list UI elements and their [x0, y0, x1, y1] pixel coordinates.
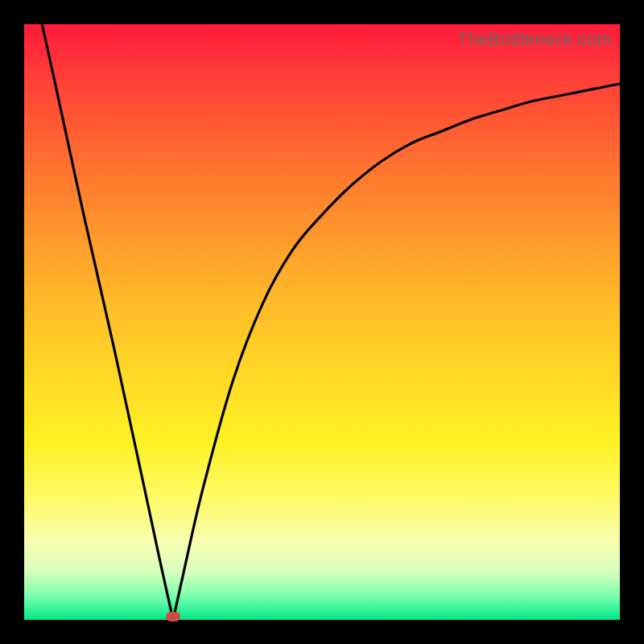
plot-area: TheBottleneck.com [24, 24, 620, 620]
minimum-marker [166, 612, 180, 621]
curve-path [42, 24, 620, 620]
bottleneck-curve [24, 24, 620, 620]
